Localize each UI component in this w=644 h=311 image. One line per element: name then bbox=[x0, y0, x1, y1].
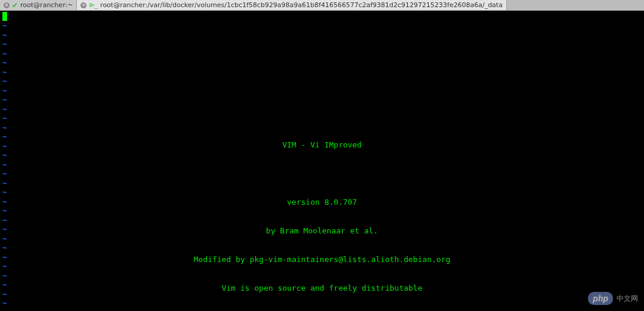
vim-opensource: Vim is open source and freely distributa… bbox=[0, 284, 644, 293]
vim-splash: VIM - Vi IMproved version 8.0.707 by Bra… bbox=[0, 121, 644, 311]
tab-1-label: root@rancher:~ bbox=[20, 1, 73, 9]
tab-bar: × ✔ root@rancher:~ × ⊳_ root@rancher:/va… bbox=[0, 0, 644, 11]
close-icon[interactable]: × bbox=[80, 2, 86, 8]
tab-2-label: root@rancher:/var/lib/docker/volumes/1cb… bbox=[100, 1, 503, 9]
watermark-text: 中文网 bbox=[617, 294, 638, 304]
vim-author: by Bram Moolenaar et al. bbox=[0, 226, 644, 236]
watermark-logo: php bbox=[588, 292, 613, 305]
vim-version: version 8.0.707 bbox=[0, 198, 644, 207]
tab-bar-filler bbox=[507, 0, 644, 10]
vim-title: VIM - Vi IMproved bbox=[0, 140, 644, 150]
terminal-icon: ⊳_ bbox=[89, 1, 98, 9]
close-icon[interactable]: × bbox=[4, 2, 10, 8]
check-icon: ✔ bbox=[12, 1, 18, 10]
cursor bbox=[2, 12, 7, 21]
tab-2[interactable]: × ⊳_ root@rancher:/var/lib/docker/volume… bbox=[77, 0, 507, 10]
watermark: php 中文网 bbox=[588, 292, 638, 305]
terminal-viewport[interactable]: ~ ~ ~ ~ ~ ~ ~ ~ ~ ~ ~ ~ ~ ~ ~ ~ ~ ~ ~ ~ … bbox=[0, 11, 644, 311]
tab-1[interactable]: × ✔ root@rancher:~ bbox=[0, 0, 77, 10]
vim-modified: Modified by pkg-vim-maintainers@lists.al… bbox=[0, 255, 644, 264]
